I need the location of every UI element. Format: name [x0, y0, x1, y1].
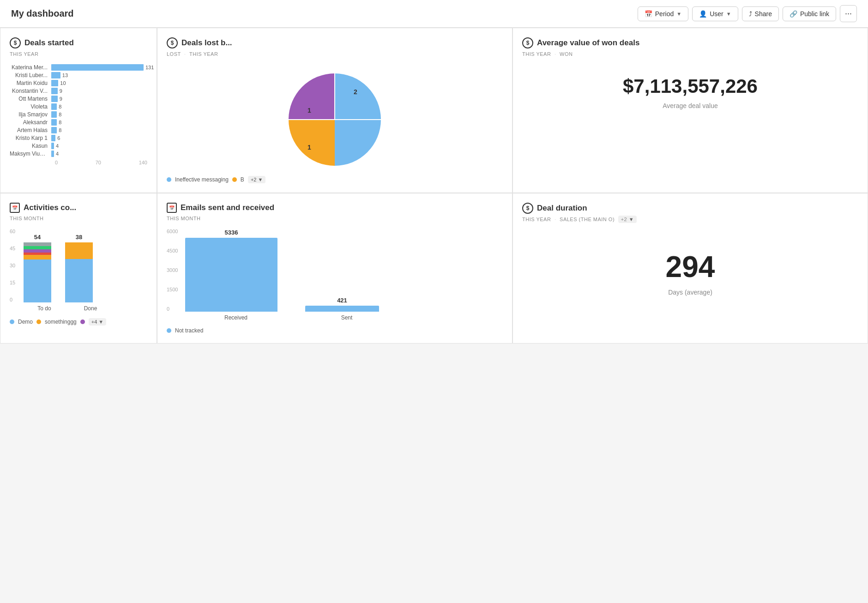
widget-title: $ Deal duration	[522, 203, 858, 214]
bar-label: Ilja Smarjov	[10, 111, 51, 118]
legend-dot-orange	[232, 177, 237, 182]
email-bar-group: 421	[305, 297, 379, 312]
bar-label: Kasun	[10, 143, 51, 149]
bar-fill	[51, 64, 144, 71]
activity-bar-group: 54	[24, 234, 51, 302]
svg-text:1: 1	[307, 144, 311, 151]
chevron-down-icon: ▼	[98, 319, 103, 325]
calendar-icon: 📅	[167, 203, 177, 213]
legend-dot	[10, 320, 14, 324]
emails-legend-label: Not tracked	[175, 327, 203, 334]
bar-label: Kristi Luber...	[10, 72, 51, 78]
legend-more-button[interactable]: +2 ▼	[248, 176, 266, 183]
bar-fill	[51, 111, 57, 118]
emails-legend: Not tracked	[167, 327, 503, 334]
bar-row: Kristo Karp 1 6	[10, 135, 147, 141]
duration-label: Days (average)	[522, 289, 858, 296]
email-y-axis: 60004500300015000	[167, 229, 178, 312]
bar-value: 8	[59, 119, 157, 126]
period-button[interactable]: 📅 Period ▼	[638, 6, 688, 21]
chevron-down-icon: ▼	[676, 11, 681, 17]
widget-duration: $ Deal duration THIS YEAR · SALES (THE M…	[512, 193, 868, 344]
legend-dot-purple	[80, 320, 85, 324]
pie-legend: Ineffective messaging B +2 ▼	[167, 176, 503, 183]
bar-value: 9	[60, 88, 157, 94]
user-button[interactable]: 👤 User ▼	[692, 6, 738, 21]
bar-fill	[51, 72, 60, 78]
bar-value: 10	[60, 80, 157, 86]
public-link-button[interactable]: 🔗 Public link	[783, 6, 836, 21]
pie-chart-container: 2 1 1	[167, 64, 503, 170]
bar-label: Violeta	[10, 103, 51, 110]
dollar-icon: $	[522, 203, 533, 214]
bar-row: Martin Koidu 10	[10, 80, 147, 86]
bar-fill	[51, 96, 58, 102]
bar-track: 8	[51, 119, 147, 126]
bar-label: Aleksandr	[10, 119, 51, 126]
widget-title: 📅 Emails sent and received	[167, 203, 503, 213]
dollar-icon: $	[10, 37, 21, 48]
legend-dot-orange	[36, 320, 41, 324]
emails-chart: 60004500300015000 5336421 ReceivedSent	[167, 229, 503, 321]
bar-fill	[51, 119, 57, 126]
widget-title: $ Deals lost b...	[167, 37, 503, 48]
emails-subtitle: THIS MONTH	[167, 216, 503, 221]
dashboard: $ Deals started THIS YEAR Katerina Mer..…	[0, 28, 868, 344]
bar-row: Aleksandr 8	[10, 119, 147, 126]
email-bar-group: 5336	[185, 229, 277, 312]
bar-track: 9	[51, 96, 147, 102]
pie-chart: 2 1 1	[284, 69, 386, 170]
avg-value-number: $7,113,557,226	[522, 75, 858, 97]
activities-chart: 604530150 5438 To doDone	[10, 229, 147, 312]
widget-emails: 📅 Emails sent and received THIS MONTH 60…	[157, 193, 512, 344]
bar-value: 6	[57, 135, 157, 141]
bar-row: Ott Martens 9	[10, 96, 147, 102]
duration-subtitle: THIS YEAR · SALES (THE MAIN O) +2 ▼	[522, 217, 858, 222]
legend-label-demo: Demo	[18, 319, 33, 325]
legend-dot-blue	[167, 328, 171, 333]
bar-track: 4	[51, 151, 147, 157]
deals-started-chart: Katerina Mer... 131 Kristi Luber... 13 M…	[10, 64, 147, 157]
user-icon: 👤	[699, 10, 707, 18]
bar-row: Katerina Mer... 131	[10, 64, 147, 71]
activities-more-button[interactable]: +4 ▼	[89, 318, 107, 326]
bar-fill	[51, 151, 54, 157]
bar-value: 8	[59, 111, 157, 118]
bar-track: 10	[51, 80, 147, 86]
bar-row: Kristi Luber... 13	[10, 72, 147, 78]
bar-track: 8	[51, 103, 147, 110]
svg-text:1: 1	[307, 107, 311, 114]
more-button[interactable]: ···	[840, 5, 857, 22]
calendar-icon: 📅	[10, 203, 20, 213]
widget-avg-value: $ Average value of won deals THIS YEAR ·…	[512, 28, 868, 193]
share-icon: ⤴	[749, 10, 752, 18]
bar-track: 8	[51, 127, 147, 133]
duration-more-button[interactable]: +2 ▼	[618, 216, 637, 223]
bar-label: Artem Halas	[10, 127, 51, 133]
bar-axis: 070140	[10, 160, 147, 165]
link-icon: 🔗	[790, 10, 797, 18]
bar-value: 4	[56, 151, 157, 157]
deals-lost-subtitle: LOST · THIS YEAR	[167, 51, 503, 57]
bar-fill	[51, 103, 57, 110]
bar-track: 8	[51, 111, 147, 118]
chevron-down-icon: ▼	[258, 177, 263, 182]
widget-title: $ Deals started	[10, 37, 147, 48]
legend-dot-blue	[167, 177, 171, 182]
share-button[interactable]: ⤴ Share	[742, 6, 779, 21]
bar-row: Konstantin V... 9	[10, 88, 147, 94]
bar-track: 131	[51, 64, 147, 71]
calendar-icon: 📅	[645, 10, 652, 18]
avg-value-label: Average deal value	[522, 102, 858, 109]
bar-value: 8	[59, 127, 157, 133]
more-icon: ···	[845, 9, 852, 18]
header-actions: 📅 Period ▼ 👤 User ▼ ⤴ Share 🔗 Public lin…	[638, 5, 857, 22]
legend-label-blue: Ineffective messaging	[175, 176, 229, 183]
bar-row: Maksym Viushkin 4	[10, 151, 147, 157]
widget-deals-lost: $ Deals lost b... LOST · THIS YEAR	[157, 28, 512, 193]
bar-label: Ott Martens	[10, 96, 51, 102]
chevron-down-icon: ▼	[629, 217, 634, 222]
bar-value: 4	[56, 143, 157, 149]
bar-value: 8	[59, 103, 157, 110]
y-axis: 604530150	[10, 229, 15, 302]
